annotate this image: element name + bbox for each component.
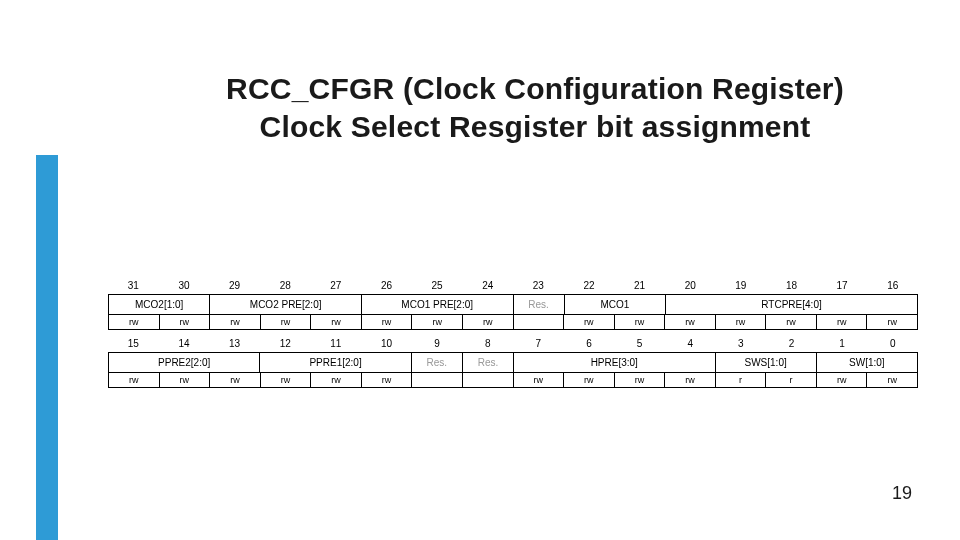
- bit-number: 29: [209, 278, 260, 294]
- field-label: MCO2[1:0]: [108, 295, 209, 315]
- field-reserved: Res.: [462, 353, 513, 373]
- bit-number: 2: [766, 336, 817, 352]
- rw-cell: rw: [664, 315, 715, 330]
- bit-number: 27: [311, 278, 362, 294]
- fields-low: PPRE2[2:0]PPRE1[2:0]Res.Res.HPRE[3:0]SWS…: [108, 353, 918, 373]
- bit-number: 9: [412, 336, 463, 352]
- field-label: MCO1 PRE[2:0]: [361, 295, 513, 315]
- rw-cell: r: [715, 373, 766, 388]
- rw-cell: rw: [361, 315, 412, 330]
- rw-cell: rw: [866, 373, 918, 388]
- bit-number: 28: [260, 278, 311, 294]
- bit-number: 0: [867, 336, 918, 352]
- field-label: MCO1: [564, 295, 665, 315]
- rw-cell: rw: [563, 315, 614, 330]
- bit-number: 3: [716, 336, 767, 352]
- title-line-2: Clock Select Resgister bit assignment: [260, 110, 811, 143]
- bit-number: 25: [412, 278, 463, 294]
- rw-cell: rw: [866, 315, 918, 330]
- page-number: 19: [892, 483, 912, 504]
- rw-cell: rw: [310, 315, 361, 330]
- title-line-1: RCC_CFGR (Clock Configuration Register): [226, 72, 844, 105]
- rw-cell: rw: [816, 373, 867, 388]
- field-label: SW[1:0]: [816, 353, 918, 373]
- field-label: HPRE[3:0]: [513, 353, 715, 373]
- field-label: PPRE2[2:0]: [108, 353, 259, 373]
- bit-number: 17: [817, 278, 868, 294]
- register-table: 31302928272625242322212019181716 MCO2[1:…: [108, 278, 918, 388]
- rw-cell: [462, 373, 513, 388]
- bit-numbers-low: 1514131211109876543210: [108, 336, 918, 353]
- bit-number: 15: [108, 336, 159, 352]
- bit-number: 19: [716, 278, 767, 294]
- bit-number: 21: [614, 278, 665, 294]
- bit-number: 4: [665, 336, 716, 352]
- bit-number: 30: [159, 278, 210, 294]
- rw-cell: [411, 373, 462, 388]
- bit-number: 13: [209, 336, 260, 352]
- field-label: PPRE1[2:0]: [259, 353, 410, 373]
- bit-number: 20: [665, 278, 716, 294]
- bit-number: 26: [361, 278, 412, 294]
- rw-cell: rw: [462, 315, 513, 330]
- rw-cell: rw: [310, 373, 361, 388]
- field-reserved: Res.: [411, 353, 462, 373]
- bit-number: 22: [564, 278, 615, 294]
- bit-number: 6: [564, 336, 615, 352]
- rw-cell: rw: [664, 373, 715, 388]
- fields-high: MCO2[1:0]MCO2 PRE[2:0]MCO1 PRE[2:0]Res.M…: [108, 295, 918, 315]
- rw-cell: rw: [260, 373, 311, 388]
- rw-cell: rw: [816, 315, 867, 330]
- rw-cell: rw: [108, 315, 159, 330]
- rw-cell: rw: [614, 315, 665, 330]
- bit-number: 31: [108, 278, 159, 294]
- rw-cell: rw: [765, 315, 816, 330]
- field-label: MCO2 PRE[2:0]: [209, 295, 361, 315]
- slide-content: RCC_CFGR (Clock Configuration Register) …: [0, 0, 960, 540]
- rw-cell: rw: [108, 373, 159, 388]
- bit-number: 8: [462, 336, 513, 352]
- bit-number: 11: [311, 336, 362, 352]
- rw-cell: rw: [260, 315, 311, 330]
- bit-number: 16: [867, 278, 918, 294]
- bit-number: 18: [766, 278, 817, 294]
- rw-cell: rw: [411, 315, 462, 330]
- bit-numbers-high: 31302928272625242322212019181716: [108, 278, 918, 295]
- bit-number: 23: [513, 278, 564, 294]
- rw-cell: rw: [159, 373, 210, 388]
- field-label: SWS[1:0]: [715, 353, 816, 373]
- field-label: RTCPRE[4:0]: [665, 295, 918, 315]
- bit-number: 5: [614, 336, 665, 352]
- page-title: RCC_CFGR (Clock Configuration Register) …: [185, 70, 885, 145]
- bit-number: 24: [462, 278, 513, 294]
- rw-low: rwrwrwrwrwrwrwrwrwrwrrrwrw: [108, 373, 918, 388]
- bit-number: 10: [361, 336, 412, 352]
- rw-cell: rw: [563, 373, 614, 388]
- bit-number: 7: [513, 336, 564, 352]
- rw-cell: rw: [209, 373, 260, 388]
- field-reserved: Res.: [513, 295, 564, 315]
- bit-number: 14: [159, 336, 210, 352]
- rw-cell: r: [765, 373, 816, 388]
- rw-cell: rw: [361, 373, 412, 388]
- rw-cell: rw: [513, 373, 564, 388]
- rw-cell: rw: [715, 315, 766, 330]
- rw-cell: rw: [614, 373, 665, 388]
- bit-number: 1: [817, 336, 868, 352]
- rw-cell: rw: [159, 315, 210, 330]
- rw-cell: [513, 315, 564, 330]
- rw-high: rwrwrwrwrwrwrwrwrwrwrwrwrwrwrw: [108, 315, 918, 330]
- rw-cell: rw: [209, 315, 260, 330]
- bit-number: 12: [260, 336, 311, 352]
